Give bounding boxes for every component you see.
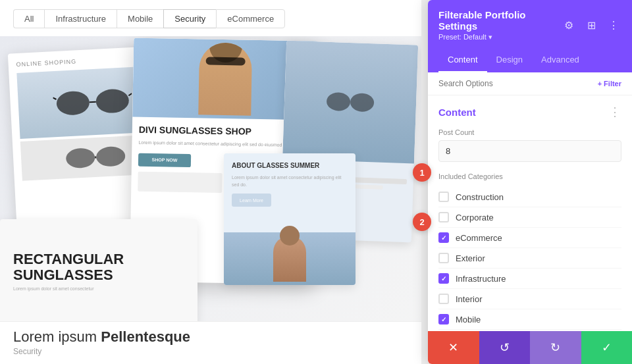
- section-options-icon[interactable]: ⋮: [609, 105, 621, 119]
- tab-ecommerce[interactable]: eCommerce: [216, 9, 285, 28]
- panel-tabs: Content Design Advanced: [428, 48, 632, 72]
- category-construction[interactable]: Construction: [438, 187, 621, 207]
- settings-cog-icon[interactable]: ⚙: [561, 18, 577, 34]
- save-button[interactable]: ✓: [581, 331, 633, 364]
- sunglasses-icon-2: [62, 139, 129, 175]
- svg-point-8: [327, 92, 351, 111]
- sunglasses-icon-1: [53, 84, 133, 120]
- svg-point-5: [65, 147, 95, 169]
- panel-header-top: Filterable Portfolio Settings Preset: De…: [438, 9, 621, 41]
- portfolio-area: Online Shoping: [0, 36, 421, 364]
- content-section: Content ⋮ Post Count Included Categories…: [428, 95, 632, 331]
- category-corporate-label: Corporate: [456, 213, 494, 222]
- panel-footer: ✕ ↺ ↻ ✓: [428, 331, 632, 364]
- checkbox-ecommerce[interactable]: [438, 232, 449, 243]
- svg-line-4: [128, 93, 132, 95]
- rectangular-sunglasses-title: RECTANGULARSUNGLASSES: [13, 251, 124, 283]
- filter-button[interactable]: + Filter: [598, 80, 621, 88]
- sunglasses-icon-3: [323, 88, 377, 117]
- tab-advanced[interactable]: Advanced: [532, 48, 589, 73]
- step-1-indicator: 1: [413, 163, 431, 182]
- checkbox-infrastructure[interactable]: [438, 273, 449, 284]
- bottom-info: Lorem ipsum Pellentesque Security: [0, 321, 421, 364]
- category-ecommerce-label: eCommerce: [456, 233, 502, 243]
- page-subtitle: Security: [13, 347, 408, 356]
- category-mobile[interactable]: Mobile: [438, 309, 621, 330]
- svg-point-0: [56, 90, 90, 116]
- panel-search-bar: + Filter: [428, 72, 632, 95]
- more-options-icon[interactable]: ⋮: [606, 18, 621, 34]
- post-count-label: Post Count: [438, 128, 621, 136]
- undo-button[interactable]: ↺: [479, 331, 531, 364]
- category-exterior[interactable]: Exterior: [438, 248, 621, 269]
- checkbox-mobile[interactable]: [438, 314, 449, 325]
- tab-security[interactable]: Security: [163, 9, 216, 28]
- section-header: Content ⋮: [438, 105, 621, 119]
- tab-mobile[interactable]: Mobile: [117, 9, 163, 28]
- title-bold: Pellentesque: [101, 328, 190, 345]
- section-title: Content: [438, 107, 476, 118]
- checkbox-corporate[interactable]: [438, 212, 449, 222]
- shop-now-btn[interactable]: SHOP NOW: [152, 157, 178, 163]
- post-count-input[interactable]: [438, 140, 621, 162]
- checkbox-exterior[interactable]: [438, 253, 449, 263]
- category-interior-label: Interior: [456, 294, 482, 304]
- grid-icon[interactable]: ⊞: [583, 18, 599, 34]
- tab-all[interactable]: All: [13, 9, 44, 28]
- categories-field: Included Categories Construction Corpora…: [438, 172, 621, 331]
- svg-point-6: [95, 146, 126, 167]
- panel-preset: Preset: Default ▾: [438, 33, 561, 41]
- card-about-glasses: About Glasses Summer Lorem ipsum dolor s…: [224, 153, 356, 285]
- search-input[interactable]: [438, 79, 592, 88]
- panel-header-icons: ⚙ ⊞ ⋮: [561, 18, 621, 34]
- category-interior[interactable]: Interior: [438, 289, 621, 309]
- main-content: All Infrastructure Mobile Security eComm…: [0, 0, 421, 364]
- panel-title: Filterable Portfolio Settings: [438, 9, 561, 32]
- settings-panel: Filterable Portfolio Settings Preset: De…: [428, 0, 632, 364]
- category-ecommerce[interactable]: eCommerce: [438, 228, 621, 248]
- svg-line-2: [90, 102, 96, 103]
- learn-more-btn[interactable]: Learn More: [240, 198, 263, 203]
- category-corporate[interactable]: Corporate: [438, 207, 621, 228]
- title-regular: Lorem ipsum: [13, 328, 97, 345]
- category-infrastructure-label: Infrastructure: [456, 274, 506, 284]
- category-construction-label: Construction: [456, 192, 504, 202]
- tab-infrastructure[interactable]: Infrastructure: [44, 9, 117, 28]
- filter-tabs: All Infrastructure Mobile Security eComm…: [0, 0, 421, 38]
- checkbox-interior[interactable]: [438, 294, 449, 304]
- step-2-indicator: 2: [413, 213, 431, 231]
- card-rectangular-sunglasses: RECTANGULARSUNGLASSES Lorem ipsum dolor …: [0, 219, 198, 325]
- checkbox-construction[interactable]: [438, 192, 449, 202]
- rectangular-desc: Lorem ipsum dolor sit amet consectetur: [13, 286, 124, 293]
- redo-button[interactable]: ↻: [530, 331, 581, 364]
- tab-content[interactable]: Content: [438, 48, 487, 73]
- svg-point-1: [95, 88, 130, 114]
- page-title: Lorem ipsum Pellentesque: [13, 328, 408, 346]
- about-title: About Glasses Summer: [232, 161, 348, 170]
- panel-header: Filterable Portfolio Settings Preset: De…: [428, 0, 632, 48]
- category-infrastructure[interactable]: Infrastructure: [438, 269, 621, 289]
- panel-body: + Filter Content ⋮ Post Count Included C…: [428, 72, 632, 331]
- post-count-field: Post Count: [438, 128, 621, 162]
- svg-line-3: [53, 97, 56, 99]
- categories-label: Included Categories: [438, 172, 621, 180]
- category-exterior-label: Exterior: [456, 253, 485, 263]
- svg-point-9: [350, 93, 375, 112]
- category-mobile-label: Mobile: [456, 315, 481, 325]
- mockup-container: Online Shoping: [0, 36, 421, 325]
- cancel-button[interactable]: ✕: [428, 331, 479, 364]
- tab-design[interactable]: Design: [487, 48, 532, 73]
